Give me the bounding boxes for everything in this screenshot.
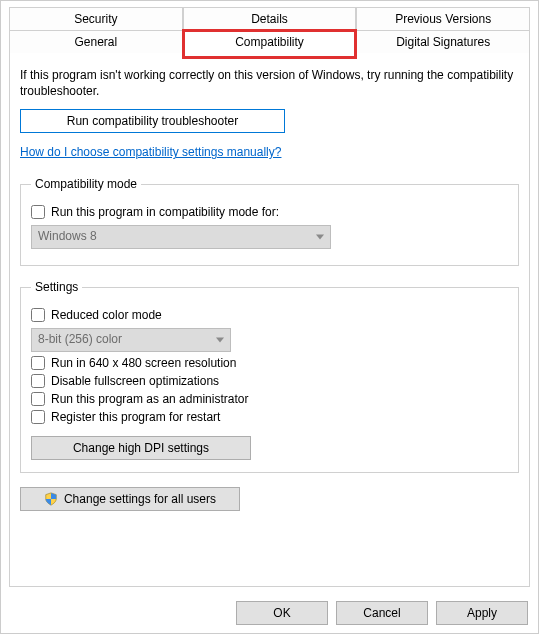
dialog-footer: OK Cancel Apply [11,601,528,625]
tab-general[interactable]: General [9,30,183,53]
apply-button[interactable]: Apply [436,601,528,625]
tab-security[interactable]: Security [9,7,183,30]
compat-mode-label: Run this program in compatibility mode f… [51,205,279,219]
disable-fullscreen-row[interactable]: Disable fullscreen optimizations [31,374,508,388]
ok-button[interactable]: OK [236,601,328,625]
tab-previous-versions[interactable]: Previous Versions [356,7,530,30]
run-640-label: Run in 640 x 480 screen resolution [51,356,236,370]
compat-legend: Compatibility mode [31,177,141,191]
reduced-color-row[interactable]: Reduced color mode [31,308,508,322]
reduced-color-checkbox[interactable] [31,308,45,322]
register-restart-label: Register this program for restart [51,410,220,424]
compat-os-select: Windows 8 [31,225,331,249]
run-admin-row[interactable]: Run this program as an administrator [31,392,508,406]
run-admin-label: Run this program as an administrator [51,392,248,406]
compatibility-mode-group: Compatibility mode Run this program in c… [20,177,519,266]
color-depth-select: 8-bit (256) color [31,328,231,352]
properties-dialog: Security Details Previous Versions Gener… [0,0,539,634]
register-restart-row[interactable]: Register this program for restart [31,410,508,424]
run-640-checkbox[interactable] [31,356,45,370]
color-depth-value: 8-bit (256) color [38,332,122,346]
change-all-users-label: Change settings for all users [64,492,216,506]
register-restart-checkbox[interactable] [31,410,45,424]
disable-fullscreen-checkbox[interactable] [31,374,45,388]
disable-fullscreen-label: Disable fullscreen optimizations [51,374,219,388]
intro-text: If this program isn't working correctly … [20,67,519,99]
settings-group: Settings Reduced color mode 8-bit (256) … [20,280,519,473]
change-all-users-button[interactable]: Change settings for all users [20,487,240,511]
run-troubleshooter-button[interactable]: Run compatibility troubleshooter [20,109,285,133]
run-admin-checkbox[interactable] [31,392,45,406]
chevron-down-icon [216,338,224,343]
chevron-down-icon [316,235,324,240]
cancel-button[interactable]: Cancel [336,601,428,625]
tab-digital-signatures[interactable]: Digital Signatures [356,30,530,53]
compat-mode-checkbox[interactable] [31,205,45,219]
tab-strip: Security Details Previous Versions Gener… [9,7,530,53]
compat-mode-checkbox-row[interactable]: Run this program in compatibility mode f… [31,205,508,219]
tab-compatibility[interactable]: Compatibility [183,30,357,53]
settings-legend: Settings [31,280,82,294]
reduced-color-label: Reduced color mode [51,308,162,322]
change-dpi-button[interactable]: Change high DPI settings [31,436,251,460]
shield-icon [44,492,58,506]
manual-settings-link[interactable]: How do I choose compatibility settings m… [20,145,281,159]
tab-label: Compatibility [235,35,304,49]
run-640-row[interactable]: Run in 640 x 480 screen resolution [31,356,508,370]
compatibility-panel: If this program isn't working correctly … [9,53,530,587]
compat-os-value: Windows 8 [38,229,97,243]
tab-details[interactable]: Details [183,7,357,30]
